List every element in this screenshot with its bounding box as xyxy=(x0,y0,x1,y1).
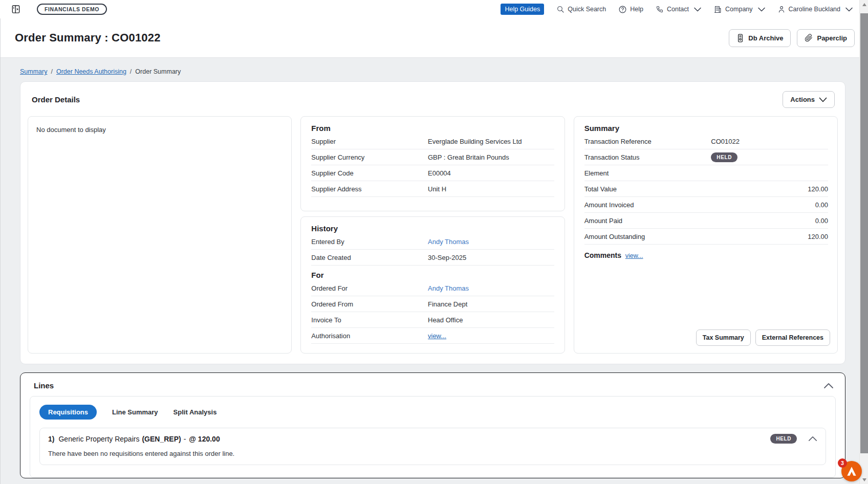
assistant-button[interactable]: 3 xyxy=(841,461,862,481)
help-button[interactable]: Help xyxy=(618,5,643,14)
help-icon xyxy=(618,5,627,14)
help-guides-button[interactable]: Help Guides xyxy=(501,4,544,15)
line-name: Generic Property Repairs xyxy=(58,435,139,443)
user-menu[interactable]: Caroline Buckland xyxy=(777,5,853,13)
company-building-icon xyxy=(713,5,722,14)
paperclip-button[interactable]: Paperclip xyxy=(797,29,855,47)
environment-badge: FINANCIALS DEMO xyxy=(37,4,107,15)
line-price: @ 120.00 xyxy=(189,435,220,443)
field-amount-paid: Amount Paid 0.00 xyxy=(584,213,828,229)
main-area: Order Summary : CO01022 Db Archive Paper… xyxy=(0,18,868,484)
user-name-label: Caroline Buckland xyxy=(789,6,840,13)
field-element: Element xyxy=(584,165,828,181)
line-dash: - xyxy=(184,435,186,443)
contact-menu[interactable]: Contact xyxy=(656,5,701,13)
page-title: Order Summary : CO01022 xyxy=(15,31,161,45)
user-icon xyxy=(777,5,786,13)
scrollbar-up-arrow[interactable] xyxy=(860,0,868,9)
tab-split-analysis[interactable]: Split Analysis xyxy=(173,408,217,416)
comments-row: Comments view... xyxy=(584,251,828,259)
quick-search-button[interactable]: Quick Search xyxy=(556,5,606,13)
field-authorisation: Authorisation view... xyxy=(311,328,554,344)
scrollbar-thumb[interactable] xyxy=(860,13,868,453)
order-details-heading: Order Details xyxy=(32,95,80,104)
ordered-for-link[interactable]: Andy Thomas xyxy=(428,284,469,292)
scrollbar-down-arrow[interactable] xyxy=(860,475,868,484)
breadcrumb-separator: / xyxy=(130,68,132,75)
page-content: Summary / Order Needs Authorising / Orde… xyxy=(1,57,868,484)
status-badge-held: HELD xyxy=(711,152,737,162)
summary-heading: Summary xyxy=(584,124,828,133)
phone-icon xyxy=(656,5,664,13)
breadcrumb-link-summary[interactable]: Summary xyxy=(20,68,47,75)
document-viewer-panel: No document to display xyxy=(28,116,292,354)
vertical-scrollbar[interactable] xyxy=(859,0,868,484)
company-menu[interactable]: Company xyxy=(713,5,765,14)
history-heading: History xyxy=(311,224,554,233)
line-collapse-button[interactable] xyxy=(808,436,817,442)
field-amount-outstanding: Amount Outstanding 120.00 xyxy=(584,229,828,245)
db-archive-label: Db Archive xyxy=(748,34,783,42)
breadcrumb-link-order-needs-authorising[interactable]: Order Needs Authorising xyxy=(56,68,126,75)
chevron-down-icon xyxy=(819,97,827,102)
field-supplier-currency: Supplier Currency GBP : Great Britain Po… xyxy=(311,149,554,165)
field-transaction-status: Transaction Status HELD xyxy=(584,149,828,165)
assistant-logo-icon xyxy=(845,466,858,477)
actions-button[interactable]: Actions xyxy=(783,91,835,108)
sidebar-toggle-button[interactable] xyxy=(10,4,21,15)
authorisation-view-link[interactable]: view... xyxy=(428,332,446,340)
entered-by-link[interactable]: Andy Thomas xyxy=(428,238,469,246)
line-status-badge-held: HELD xyxy=(770,434,797,444)
field-amount-invoiced: Amount Invoiced 0.00 xyxy=(584,197,828,213)
line-code: (GEN_REP) xyxy=(142,435,181,443)
field-date-created: Date Created 30-Sep-2025 xyxy=(311,250,554,266)
order-line-row: 1) Generic Property Repairs (GEN_REP) - … xyxy=(39,428,826,465)
field-supplier-address: Supplier Address Unit H xyxy=(311,181,554,197)
tab-line-summary[interactable]: Line Summary xyxy=(112,408,158,416)
page-header: Order Summary : CO01022 Db Archive Paper… xyxy=(1,18,868,57)
line-number: 1) xyxy=(48,435,54,443)
lines-heading: Lines xyxy=(34,381,54,390)
top-utility-bar: FINANCIALS DEMO Help Guides Quick Search… xyxy=(0,0,868,18)
field-invoice-to: Invoice To Head Office xyxy=(311,312,554,328)
comments-label: Comments xyxy=(584,251,621,259)
help-label: Help xyxy=(630,6,643,13)
from-panel: From Supplier Everglade Building Service… xyxy=(300,116,565,211)
chevron-down-icon xyxy=(758,7,765,12)
order-info-column: From Supplier Everglade Building Service… xyxy=(300,116,565,354)
contact-label: Contact xyxy=(667,6,689,13)
lines-collapse-button[interactable] xyxy=(823,383,834,389)
chevron-down-icon xyxy=(845,7,853,12)
lines-inner-panel: Requisitions Line Summary Split Analysis… xyxy=(30,396,836,478)
paperclip-icon xyxy=(805,34,813,42)
field-ordered-from: Ordered From Finance Dept xyxy=(311,296,554,312)
search-icon xyxy=(556,5,565,13)
field-supplier: Supplier Everglade Building Services Ltd xyxy=(311,134,554,149)
chevron-down-icon xyxy=(694,7,701,12)
from-heading: From xyxy=(311,124,554,133)
header-actions: Db Archive Paperclip xyxy=(729,29,855,47)
db-archive-button[interactable]: Db Archive xyxy=(729,29,791,47)
order-details-card: Order Details Actions No document to dis… xyxy=(20,81,845,364)
actions-label: Actions xyxy=(790,96,815,103)
paperclip-label: Paperclip xyxy=(817,34,847,42)
archive-icon xyxy=(736,34,744,42)
top-right-menu: Help Guides Quick Search Help Contact xyxy=(501,4,853,15)
breadcrumb: Summary / Order Needs Authorising / Orde… xyxy=(20,68,845,75)
field-entered-by: Entered By Andy Thomas xyxy=(311,234,554,250)
no-requisitions-message: There have been no requisitions entered … xyxy=(48,450,817,457)
lines-tabs: Requisitions Line Summary Split Analysis xyxy=(39,405,826,420)
summary-panel: Summary Transaction Reference CO01022 Tr… xyxy=(574,116,838,354)
tax-summary-button[interactable]: Tax Summary xyxy=(696,329,751,346)
company-label: Company xyxy=(725,6,753,13)
field-total-value: Total Value 120.00 xyxy=(584,181,828,197)
history-for-panel: History Entered By Andy Thomas Date Crea… xyxy=(300,216,565,354)
field-ordered-for: Ordered For Andy Thomas xyxy=(311,280,554,296)
field-supplier-code: Supplier Code E00004 xyxy=(311,165,554,181)
lines-card: Lines Requisitions Line Summary Split An… xyxy=(20,372,845,478)
notification-badge: 3 xyxy=(838,458,847,468)
comments-view-link[interactable]: view... xyxy=(625,252,643,259)
external-references-button[interactable]: External References xyxy=(755,329,830,346)
sidebar-panel-icon xyxy=(11,4,21,14)
tab-requisitions[interactable]: Requisitions xyxy=(39,405,97,420)
